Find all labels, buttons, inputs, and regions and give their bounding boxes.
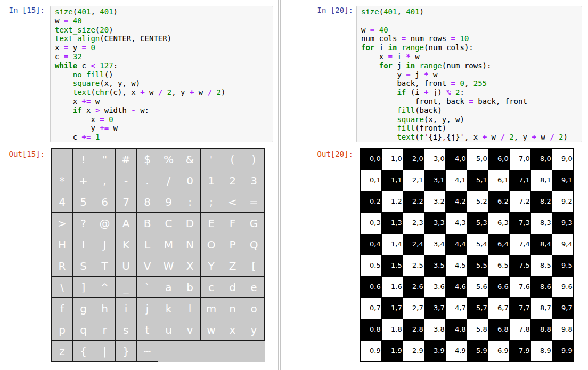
board-cell: 7,7 [509,297,531,319]
board-cell: 9,7 [552,297,574,319]
cell-label: 8,3 [540,219,551,226]
cell-label: 4,4 [455,240,466,247]
cell-label: 0,8 [370,326,381,333]
code-line: size(401, 401) [361,7,577,17]
board-cell: 9,2 [552,191,574,213]
code-editor-right[interactable]: size(401, 401) w = 40num_cols = num_rows… [356,6,582,142]
char-cell: > [51,212,73,234]
board-cell: 5,6 [467,276,488,298]
cell-label: 3,8 [434,326,445,333]
char-cell: X [179,255,201,277]
char-cell: 7 [115,191,137,213]
board-cell: 7,0 [509,148,531,170]
board-cell: 4,3 [445,212,467,234]
char-cell: z [51,340,73,362]
code-line: no_fill() [55,70,268,79]
cell-label: 1,8 [391,326,402,333]
board-cell: 2,9 [403,340,424,362]
cell-label: 5,8 [476,326,487,333]
cell-label: 2,7 [412,304,423,311]
cell-label: 6,0 [497,155,509,162]
char-cell: 6 [94,191,116,213]
char-cell: % [158,148,179,170]
board-cell: 7,3 [509,212,531,234]
board-cell: 3,2 [424,191,446,213]
char-cell: S [72,255,94,277]
cell-label: 0,2 [370,198,381,205]
cell-label: 9,7 [561,304,573,311]
char-cell: - [115,170,137,191]
board-cell: 5,2 [467,191,488,213]
char-cell: / [158,170,179,191]
board-cell: 3,1 [424,170,446,191]
board-cell: 7,4 [509,234,531,255]
cell-label: 6,1 [497,176,509,183]
char-cell: : [179,191,201,213]
char-cell: I [72,234,94,255]
cell-label: 8,8 [540,326,551,333]
char-cell [51,148,73,170]
cell-label: 7,9 [519,347,530,354]
board-cell: 6,6 [488,276,510,298]
board-cell: 6,1 [488,170,510,191]
board-cell: 6,2 [488,191,510,213]
code-line: text(chr(c), x + w / 2, y + w / 2) [55,88,268,97]
cell-label: 3,7 [434,304,445,311]
char-cell: < [222,191,243,213]
board-cell: 8,1 [530,170,552,191]
code-line: while c < 127: [55,61,268,70]
char-cell: P [222,234,243,255]
cell-label: 1,4 [391,240,402,247]
char-cell: 9 [158,191,179,213]
board-cell: 0,0 [360,148,382,170]
code-line: for i in range(num_cols): [361,43,577,52]
char-cell: a [158,276,179,298]
char-cell: t [136,319,158,341]
cell-label: 1,9 [391,347,402,354]
code-editor-left[interactable]: size(401, 401)w = 40text_size(20)text_al… [50,6,273,142]
board-cell: 6,8 [488,319,510,341]
char-cell: g [72,297,94,319]
board-cell: 8,9 [530,340,552,362]
char-cell: 0 [179,170,201,191]
board-cell: 6,5 [488,255,510,277]
char-cell: K [115,234,137,255]
char-cell: ~ [136,340,158,362]
cell-label: 5,2 [476,198,487,205]
char-cell: ! [72,148,94,170]
cell-label: 8,0 [540,155,551,162]
cell-label: 6,9 [497,347,509,354]
board-cell: 2,5 [403,255,424,277]
cell-label: 9,8 [561,326,573,333]
board-cell: 5,9 [467,340,488,362]
cell-label: 1,5 [391,262,402,269]
board-cell: 8,2 [530,191,552,213]
cell-label: 8,5 [540,262,551,269]
board-cell: 3,0 [424,148,446,170]
char-cell: k [158,297,179,319]
board-cell: 1,0 [381,148,403,170]
cell-label: 3,5 [434,262,445,269]
char-cell: 2 [222,170,243,191]
code-line: fill(front) [361,124,577,133]
char-cell: ] [72,276,94,298]
cell-label: 6,7 [497,304,509,311]
cell-label: 6,3 [497,219,509,226]
char-cell: W [158,255,179,277]
board-cell: 3,6 [424,276,446,298]
cell-label: 7,8 [519,326,530,333]
code-line: front, back = back, front [361,97,577,106]
cell-label: 5,0 [476,155,487,162]
board-cell: 1,6 [381,276,403,298]
cell-label: 3,0 [434,155,445,162]
char-cell: Y [200,255,222,277]
char-cell: e [243,276,265,298]
board-cell: 3,7 [424,297,446,319]
char-cell: = [243,191,265,213]
cell-label: 9,0 [561,155,573,162]
char-cell: $ [136,148,158,170]
char-cell: o [243,297,265,319]
board-cell: 3,3 [424,212,446,234]
board-cell: 4,8 [445,319,467,341]
cell-label: 3,9 [434,347,445,354]
